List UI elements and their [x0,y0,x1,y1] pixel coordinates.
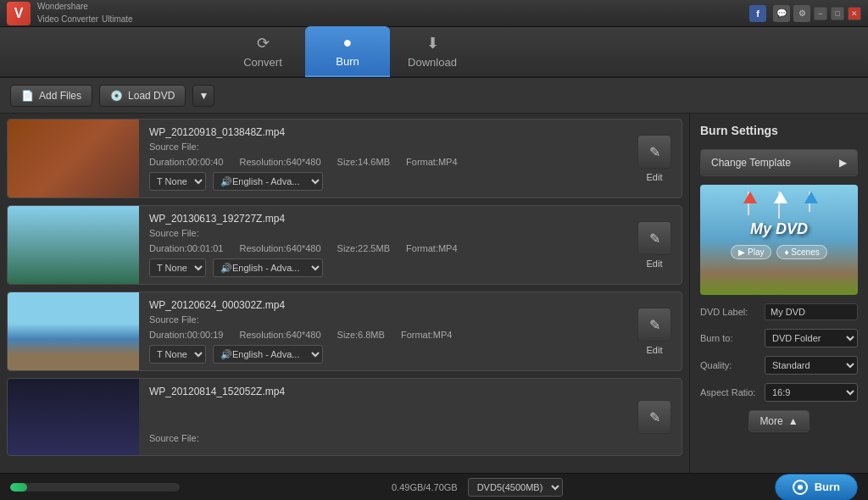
tab-burn[interactable]: ● Burn [305,26,390,77]
tab-convert-label: Convert [243,56,282,69]
file-size: Size:14.6MB [337,157,390,167]
chat-icon[interactable]: 💬 [773,5,790,22]
progress-bar-container [10,483,180,492]
file-edit-area: ✎ Edit [627,206,682,284]
edit-button[interactable]: ✎ [637,308,671,342]
tab-convert[interactable]: ⟳ Convert [220,26,305,77]
burn-button[interactable]: Burn [775,474,858,501]
edit-button[interactable]: ✎ [637,135,671,169]
tab-download[interactable]: ⬇ Download [390,26,475,77]
file-details: Duration:00:00:40 Resolution:640*480 Siz… [149,157,617,167]
subtitle-select[interactable]: T None [149,258,206,277]
dvd-buttons-row: ▶ Play ♦ Scenes [731,245,826,259]
close-button[interactable]: ✕ [848,7,861,20]
more-button[interactable]: More ▲ [748,410,809,432]
toolbar: 📄 Add Files 💿 Load DVD ▼ [0,78,868,114]
file-name: WP_20120918_013848Z.mp4 [149,126,617,138]
minimize-button[interactable]: − [814,7,827,20]
add-files-icon: 📄 [21,90,34,102]
file-format: Format:MP4 [406,157,458,167]
edit-button[interactable]: ✎ [637,400,671,434]
dvd-label-input[interactable] [765,303,858,320]
file-source-label: Source File: [149,228,617,238]
file-format: Format:MP4 [406,243,458,253]
burn-to-row: Burn to: DVD Folder ISO File DVD Disc [700,329,858,347]
subtitle-select[interactable]: T None [149,345,206,364]
file-size: Size:6.8MB [337,330,385,340]
edit-button[interactable]: ✎ [637,221,671,255]
aspect-ratio-label: Aspect Ratio: [700,387,755,397]
file-edit-area: ✎ Edit [627,292,682,370]
title-bar-left: V Wondershare Video Converter Ultimate [7,2,133,25]
convert-icon: ⟳ [257,34,270,53]
file-resolution: Resolution:640*480 [240,330,321,340]
quality-row: Quality: Standard High [700,356,858,375]
file-thumbnail [8,206,139,284]
file-info: WP_20120814_152052Z.mp4 Source File: [139,379,627,455]
add-files-button[interactable]: 📄 Add Files [10,85,92,107]
file-resolution: Resolution:640*480 [240,243,321,253]
file-details: Duration:00:01:01 Resolution:640*480 Siz… [149,243,617,253]
change-template-button[interactable]: Change Template ▶ [700,149,858,176]
file-list: WP_20120918_013848Z.mp4 Source File: Dur… [0,114,690,473]
quality-select[interactable]: Standard High [765,356,858,375]
dvd-label-row: DVD Label: [700,303,858,320]
file-size: Size:22.5MB [337,243,390,253]
file-controls: T None 🔊English - Adva... [149,258,617,277]
file-name: WP_20120624_000302Z.mp4 [149,299,617,311]
file-name: WP_20130613_192727Z.mp4 [149,213,617,225]
load-dvd-button[interactable]: 💿 Load DVD [99,85,186,107]
file-controls: T None 🔊English - Adva... [149,345,617,364]
tab-bar: ⟳ Convert ● Burn ⬇ Download [0,27,868,78]
file-item: WP_20130613_192727Z.mp4 Source File: Dur… [7,205,682,285]
edit-label: Edit [647,345,663,355]
file-controls: T None 🔊English - Adva... [149,172,617,191]
quality-label: Quality: [700,360,732,370]
register-icon[interactable]: ⚙ [793,5,810,22]
file-edit-area: ✎ Edit [627,119,682,197]
app-title: Video Converter Ultimate [37,11,133,25]
sidebar: Burn Settings Change Template ▶ [690,114,868,473]
file-item: WP_20120814_152052Z.mp4 Source File: ✎ [7,378,682,456]
dvd-preview-overlay: My DVD ▶ Play ♦ Scenes [700,185,858,295]
audio-select[interactable]: 🔊English - Adva... [213,258,323,277]
burn-to-label: Burn to: [700,333,733,343]
tab-download-label: Download [408,56,457,69]
subtitle-select[interactable]: T None [149,172,206,191]
tab-burn-label: Burn [336,55,359,68]
file-thumbnail [8,292,139,370]
status-bar: 0.49GB/4.70GB DVD5(4500MB) DVD9(8500MB) … [0,473,868,500]
file-thumbnail [8,119,139,197]
download-icon: ⬇ [426,34,439,53]
add-files-label: Add Files [39,90,81,102]
file-resolution: Resolution:640*480 [240,157,321,167]
file-duration: Duration:00:01:01 [149,243,223,253]
file-thumbnail [8,379,139,455]
facebook-icon[interactable]: f [749,5,766,22]
dvd-scenes-button[interactable]: ♦ Scenes [776,245,826,259]
file-item: WP_20120918_013848Z.mp4 Source File: Dur… [7,119,682,198]
audio-select[interactable]: 🔊English - Adva... [213,345,323,364]
file-duration: Duration:00:00:40 [149,157,223,167]
edit-label: Edit [647,172,663,182]
file-format: Format:MP4 [401,330,453,340]
file-edit-area: ✎ [627,379,682,455]
dvd-size-select[interactable]: DVD5(4500MB) DVD9(8500MB) [468,478,563,497]
file-details: Duration:00:00:19 Resolution:640*480 Siz… [149,330,617,340]
burn-to-select[interactable]: DVD Folder ISO File DVD Disc [765,329,858,347]
edit-label: Edit [647,258,663,269]
progress-bar-fill [10,483,27,492]
load-dvd-dropdown[interactable]: ▼ [192,85,214,107]
audio-select[interactable]: 🔊English - Adva... [213,172,323,191]
aspect-ratio-row: Aspect Ratio: 16:9 4:3 [700,383,858,402]
dvd-play-button[interactable]: ▶ Play [731,245,771,259]
title-bar: V Wondershare Video Converter Ultimate f… [0,0,868,27]
app-name: Wondershare Video Converter Ultimate [37,2,133,25]
aspect-ratio-select[interactable]: 16:9 4:3 [765,383,858,402]
maximize-button[interactable]: □ [831,7,844,20]
file-source-label: Source File: [149,433,617,443]
burn-disc-icon [793,480,808,495]
file-duration: Duration:00:00:19 [149,330,223,340]
file-info: WP_20120918_013848Z.mp4 Source File: Dur… [139,119,627,197]
dvd-label-label: DVD Label: [700,307,748,317]
